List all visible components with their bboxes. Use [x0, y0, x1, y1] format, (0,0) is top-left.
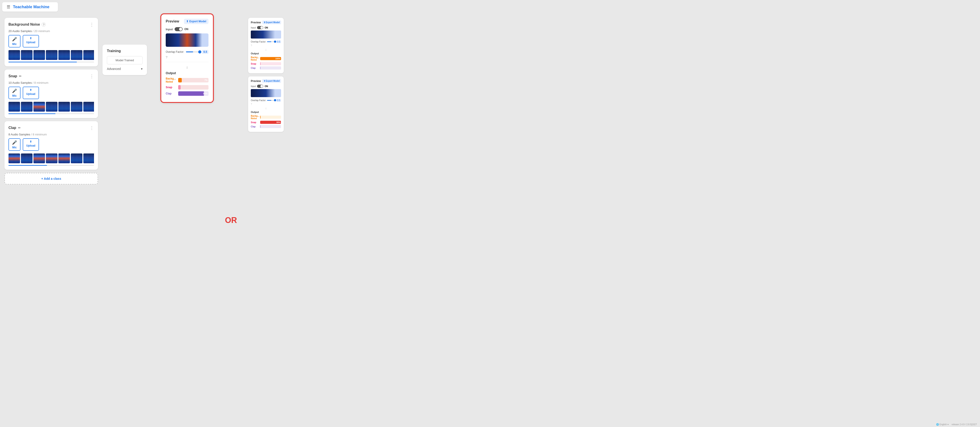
- mini-down-arrow: ↓: [251, 106, 281, 110]
- mini-output-label-bg: Backg... Noise: [251, 56, 259, 61]
- mic-button[interactable]: 🎤 Mic: [8, 138, 21, 151]
- input-row: Input ON: [166, 27, 208, 31]
- mini-help-icon[interactable]: ?: [251, 103, 252, 105]
- waveform-thumb: [21, 50, 32, 60]
- mini-preview-title: Preview: [251, 80, 261, 83]
- waveform-thumb: [71, 50, 83, 60]
- input-toggle[interactable]: [175, 27, 183, 31]
- waveform-thumb: [58, 102, 70, 112]
- class-card-snap: Snap ✏ ⋮ 10 Audio Samples / 8 minimum 🎤 …: [5, 70, 98, 118]
- help-icon[interactable]: ?: [166, 56, 167, 59]
- mini-output-label-snap: Snap: [251, 121, 259, 124]
- overlap-slider[interactable]: [186, 51, 200, 53]
- main-area: Background Noise ? ⋮ 20 Audio Samples / …: [0, 0, 980, 427]
- mini-toggle[interactable]: [257, 26, 263, 29]
- preview-highlighted-area: Preview ⬆ Export Model Input ON Overlap …: [161, 18, 214, 103]
- input-label: Input: [166, 28, 173, 31]
- mini-output-label-snap: Snap: [251, 62, 259, 65]
- mini-on-label: ON: [265, 85, 268, 88]
- mini-bar-container: [260, 116, 281, 119]
- mini-waveform: [251, 30, 281, 38]
- classes-panel: Background Noise ? ⋮ 20 Audio Samples / …: [5, 18, 98, 185]
- mini-slider[interactable]: [267, 100, 275, 101]
- upload-icon: ⬆: [30, 88, 32, 92]
- output-title: Output: [166, 71, 208, 75]
- class-name: Clap ✏: [8, 126, 21, 130]
- edit-icon[interactable]: ✏: [18, 126, 21, 130]
- mini-slider[interactable]: [267, 41, 275, 42]
- mini-overlap-value: 0.5: [276, 40, 281, 43]
- waveform-thumb: [58, 50, 70, 60]
- output-bar-container: 85%: [178, 91, 208, 96]
- upload-button[interactable]: ⬆ Upload: [23, 35, 39, 48]
- preview-header: Preview ⬆ Export Model: [166, 19, 208, 24]
- class-header: Background Noise ? ⋮: [8, 22, 94, 27]
- waveform-thumb: [46, 102, 57, 112]
- train-button[interactable]: Model Trained: [107, 56, 143, 64]
- output-bar-bg: [178, 78, 182, 83]
- language-selector[interactable]: 🌐 English ▾: [936, 423, 948, 425]
- class-header: Snap ✏ ⋮: [8, 73, 94, 79]
- class-actions: 🎤 Mic ⬆ Upload: [8, 35, 94, 48]
- upload-icon: ⬆: [30, 140, 32, 143]
- progress-container: [8, 113, 94, 114]
- waveform-thumb: [33, 102, 45, 112]
- mini-pct: 100%: [275, 57, 280, 60]
- mini-down-arrow: ↓: [251, 48, 281, 51]
- mini-export-button[interactable]: ⬆ Export Model: [262, 21, 281, 24]
- waveform-thumb: [8, 50, 20, 60]
- mini-output-title: Output: [251, 111, 281, 113]
- waveform-thumb: [21, 102, 32, 112]
- mic-button[interactable]: 🎤 Mic: [8, 35, 21, 48]
- help-icon[interactable]: ?: [41, 22, 46, 27]
- export-icon: ⬆: [264, 80, 265, 82]
- overlap-value: 0.5: [202, 50, 208, 54]
- training-area: Training Model Trained Advanced ▾: [102, 31, 147, 75]
- menu-icon[interactable]: ☰: [7, 5, 10, 10]
- mini-export-button[interactable]: ⬆ Export Model: [262, 79, 281, 83]
- mini-toggle[interactable]: [257, 84, 263, 88]
- class-more-menu[interactable]: ⋮: [89, 22, 94, 27]
- mini-help-icon[interactable]: ?: [251, 44, 252, 47]
- mini-output-row-bg: Backg... Noise 100%: [251, 56, 281, 61]
- output-row-clap: Clap 85%: [166, 91, 208, 96]
- export-icon: ⬆: [186, 20, 188, 23]
- mini-input-row: Input ON: [251, 84, 281, 88]
- class-actions: 🎤 Mic ⬆ Upload: [8, 87, 94, 99]
- right-sidebar: Preview ⬆ Export Model Input ON Overlap …: [248, 18, 284, 132]
- class-more-menu[interactable]: ⋮: [89, 125, 94, 131]
- waveform-thumb: [71, 102, 83, 112]
- mini-output-label-clap: Clap: [251, 126, 259, 128]
- mini-output-label-clap: Clap: [251, 67, 259, 69]
- upload-button[interactable]: ⬆ Upload: [23, 87, 39, 99]
- sample-count: 20 Audio Samples / 20 minimum: [8, 29, 94, 33]
- export-icon: ⬆: [264, 21, 265, 24]
- class-more-menu[interactable]: ⋮: [89, 73, 94, 79]
- app-title: Teachable Machine: [13, 5, 49, 10]
- mic-button[interactable]: 🎤 Mic: [8, 87, 21, 99]
- training-title: Training: [107, 49, 143, 53]
- mini-slider-thumb: [274, 41, 276, 43]
- mini-overlap-row: Overlap Factor: 0.5: [251, 99, 281, 102]
- mini-overlap-row: Overlap Factor: 0.5: [251, 40, 281, 43]
- sample-count: 8 Audio Samples / 8 minimum: [8, 133, 94, 136]
- waveform-thumb: [83, 153, 94, 163]
- edit-icon[interactable]: ✏: [19, 74, 22, 78]
- mini-overlap-label: Overlap Factor:: [251, 41, 266, 43]
- waveform-thumb: [21, 153, 32, 163]
- progress-bar: [8, 113, 56, 114]
- mini-preview-header: Preview ⬆ Export Model: [251, 21, 281, 24]
- mini-output-row-clap: Clap: [251, 125, 281, 128]
- slider-thumb: [198, 50, 201, 53]
- progress-container: [8, 165, 94, 166]
- class-name: Snap ✏: [8, 74, 22, 78]
- training-panel: Training Model Trained Advanced ▾: [102, 45, 147, 75]
- sample-count: 10 Audio Samples / 8 minimum: [8, 81, 94, 84]
- mini-bar-snap: [260, 62, 261, 65]
- add-class-button[interactable]: + Add a class: [5, 173, 98, 185]
- export-model-button[interactable]: ⬆ Export Model: [184, 19, 208, 24]
- advanced-row[interactable]: Advanced ▾: [107, 67, 143, 71]
- class-actions: 🎤 Mic ⬆ Upload: [8, 138, 94, 151]
- mini-overlap-value: 0.5: [276, 99, 281, 102]
- upload-button[interactable]: ⬆ Upload: [23, 138, 39, 151]
